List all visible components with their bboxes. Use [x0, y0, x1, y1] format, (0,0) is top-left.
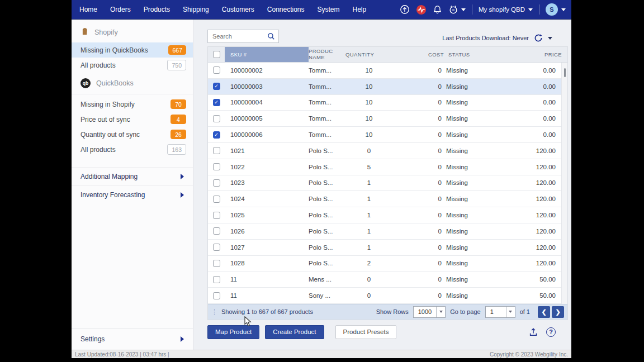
sidebar-item-missing-in-quickbooks[interactable]: Missing in QuickBooks 667 [72, 42, 193, 58]
cell-price: 120.00 [504, 256, 561, 272]
table-row[interactable]: 1025 Polo S... 1 0 Missing 120.00 [208, 207, 561, 223]
cell-status: Missing [442, 288, 504, 303]
row-checkbox[interactable] [213, 276, 220, 283]
table-row[interactable]: 1028 Polo S... 2 0 Missing 120.00 [208, 256, 561, 272]
upload-status-icon[interactable] [400, 4, 410, 15]
table-row[interactable]: 1024 Polo S... 1 0 Missing 120.00 [208, 191, 561, 207]
cell-sku: 100000005 [225, 111, 309, 126]
pagination-bar: ⋮ Showing 1 to 667 of 667 products Show … [208, 304, 567, 320]
search-icon[interactable] [267, 32, 278, 40]
row-checkbox[interactable] [213, 66, 220, 74]
help-icon[interactable]: ? [546, 327, 556, 337]
notifications-bell-icon[interactable] [433, 4, 442, 15]
drag-handle-icon[interactable]: ⋮ [208, 308, 221, 316]
nav-customers[interactable]: Customers [222, 6, 254, 13]
search-input[interactable] [208, 33, 267, 40]
row-checkbox[interactable] [213, 179, 220, 187]
sidebar-link-inventory-forecasting[interactable]: Inventory Forecasting [72, 185, 193, 204]
nav-help[interactable]: Help [353, 6, 367, 13]
table-row[interactable]: 1022 Polo S... 5 0 Missing 120.00 [208, 159, 561, 175]
row-checkbox[interactable] [213, 83, 220, 90]
user-menu[interactable]: S [546, 3, 566, 16]
sidebar-item-quantity-out-of-sync[interactable]: Quantity out of sync 26 [72, 127, 193, 142]
table-row[interactable]: 11 Sony ... 0 0 Missing 50.00 [208, 288, 561, 304]
column-header-quantity[interactable]: QUANTITY [343, 47, 397, 62]
next-page-button[interactable]: ❯ [552, 306, 564, 318]
column-header-cost[interactable]: COST [397, 47, 444, 62]
show-rows-select[interactable]: 1000 [413, 306, 446, 318]
row-checkbox[interactable] [213, 131, 220, 139]
sidebar-link-settings[interactable]: Settings [72, 328, 193, 350]
goto-page-select[interactable]: 1 [485, 306, 515, 318]
table-row[interactable]: 100000005 Tomm... 10 0 Missing 0.00 [208, 111, 561, 127]
map-product-button[interactable]: Map Product [207, 325, 259, 339]
nav-orders[interactable]: Orders [110, 6, 131, 13]
store-selector[interactable]: My shopify QBD [479, 6, 533, 13]
chevron-down-icon [561, 8, 566, 11]
count-badge: 70 [171, 99, 186, 109]
sidebar-item-all-products-shopify[interactable]: All products 750 [72, 58, 193, 73]
cell-product-name: Polo S... [309, 159, 343, 175]
table-scrollbar[interactable] [561, 63, 567, 304]
sidebar-item-all-products-quickbooks[interactable]: All products 163 [72, 142, 193, 157]
sidebar-item-price-out-of-sync[interactable]: Price out of sync 4 [72, 112, 193, 127]
table-row[interactable]: 100000003 Tomm... 10 0 Missing 0.00 [208, 79, 561, 95]
cell-product-name: Polo S... [309, 207, 343, 223]
row-checkbox[interactable] [213, 292, 220, 299]
table-row[interactable]: 100000002 Tomm... 10 0 Missing 0.00 [208, 63, 561, 79]
export-icon[interactable] [528, 327, 538, 337]
row-checkbox[interactable] [213, 115, 220, 122]
sidebar-link-additional-mapping[interactable]: Additional Mapping [72, 167, 193, 185]
table-row[interactable]: 100000006 Tomm... 10 0 Missing 0.00 [208, 127, 561, 143]
row-checkbox[interactable] [213, 163, 220, 170]
cell-cost: 0 [395, 223, 442, 239]
row-checkbox[interactable] [213, 99, 220, 106]
column-header-product-name[interactable]: PRODUC NAME [309, 47, 343, 62]
row-checkbox[interactable] [213, 244, 220, 251]
column-header-sku[interactable]: SKU # [225, 47, 309, 62]
last-updated-label: Last Updated:08-16-2023 | 03:47 hrs | [75, 351, 169, 358]
previous-page-button[interactable]: ❮ [538, 306, 550, 318]
nav-system[interactable]: System [318, 6, 340, 13]
products-table: SKU # PRODUC NAME QUANTITY COST STATUS P… [207, 46, 568, 320]
cell-quantity: 1 [343, 175, 395, 191]
scrollbar-thumb[interactable] [564, 68, 566, 77]
sync-activity-icon[interactable] [416, 4, 427, 15]
table-row[interactable]: 1026 Polo S... 1 0 Missing 120.00 [208, 223, 561, 240]
column-header-price[interactable]: PRICE [506, 47, 567, 62]
cell-sku: 100000004 [225, 95, 309, 111]
count-badge: 26 [171, 130, 186, 139]
refresh-icon[interactable] [533, 33, 543, 43]
row-checkbox[interactable] [213, 147, 220, 154]
row-checkbox[interactable] [213, 227, 220, 235]
table-header-row: SKU # PRODUC NAME QUANTITY COST STATUS P… [208, 47, 567, 63]
cell-quantity: 10 [343, 79, 395, 94]
product-presets-button[interactable]: Product Presets [335, 325, 397, 339]
column-header-status[interactable]: STATUS [444, 47, 506, 62]
nav-connections[interactable]: Connections [267, 6, 305, 13]
table-row[interactable]: 1023 Polo S... 1 0 Missing 120.00 [208, 175, 561, 192]
scheduler-clock-icon[interactable] [448, 4, 466, 15]
row-checkbox[interactable] [213, 260, 220, 267]
row-checkbox[interactable] [213, 212, 220, 219]
refresh-options-caret[interactable] [548, 37, 552, 40]
sidebar-item-missing-in-shopify[interactable]: Missing in Shopify 70 [72, 97, 193, 112]
main-menu: Home Orders Products Shipping Customers … [72, 6, 366, 13]
table-row[interactable]: 1027 Polo S... 1 0 Missing 120.00 [208, 240, 561, 256]
chevron-down-icon [461, 8, 466, 11]
row-checkbox[interactable] [213, 196, 220, 203]
table-row[interactable]: 1021 Polo S... 0 0 Missing 120.00 [208, 143, 561, 159]
nav-shipping[interactable]: Shipping [183, 6, 209, 13]
copyright-label: Copyright © 2023 Webgility Inc. [490, 351, 568, 358]
cell-cost: 0 [395, 63, 442, 78]
nav-products[interactable]: Products [144, 6, 170, 13]
search-box[interactable] [207, 30, 279, 43]
table-row[interactable]: 100000004 Tomm... 10 0 Missing 0.00 [208, 95, 561, 111]
cell-quantity: 1 [343, 223, 395, 239]
cell-quantity: 0 [343, 288, 395, 303]
table-row[interactable]: 11 Mens ... 0 0 Missing 50.00 [208, 272, 561, 288]
create-product-button[interactable]: Create Product [265, 325, 324, 339]
select-all-checkbox[interactable] [213, 51, 220, 58]
nav-home[interactable]: Home [79, 6, 97, 13]
shopify-icon [80, 27, 89, 37]
